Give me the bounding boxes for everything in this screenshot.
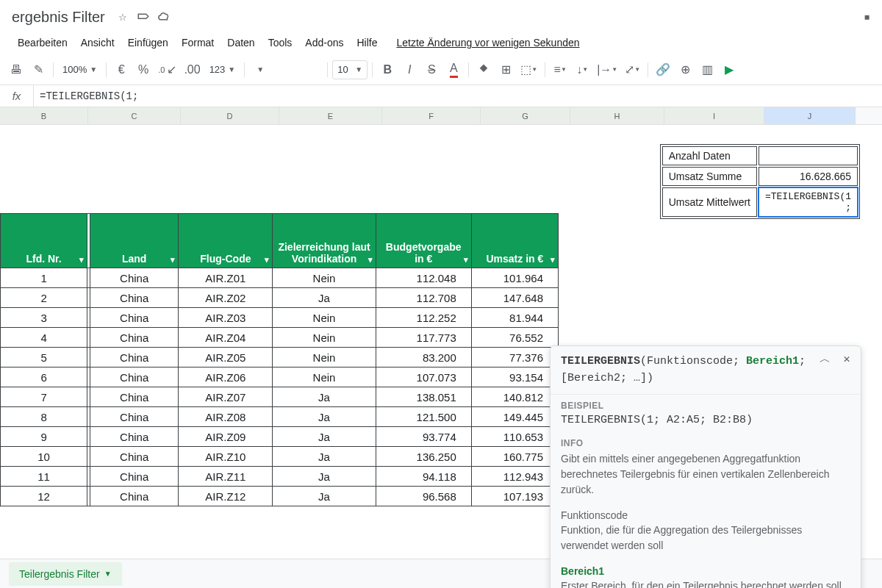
- menu-hilfe[interactable]: Hilfe: [351, 34, 383, 51]
- cell[interactable]: 149.445: [471, 407, 558, 427]
- bold-button[interactable]: B: [377, 60, 398, 80]
- cell[interactable]: China: [90, 447, 179, 467]
- table-row[interactable]: 3ChinaAIR.Z03Nein112.25281.944: [1, 308, 559, 328]
- table-row[interactable]: 12ChinaAIR.Z12Ja96.568107.193: [1, 487, 559, 506]
- cell[interactable]: China: [90, 387, 179, 407]
- fx-icon[interactable]: fx: [0, 85, 34, 107]
- cell[interactable]: 94.118: [376, 467, 471, 487]
- menu-tools[interactable]: Tools: [262, 34, 298, 51]
- cell[interactable]: 93.774: [376, 427, 471, 447]
- percent-button[interactable]: %: [133, 60, 154, 80]
- cloud-icon[interactable]: [157, 10, 171, 24]
- cell[interactable]: 112.252: [376, 308, 471, 328]
- menu-addons[interactable]: Add-ons: [299, 34, 349, 51]
- cell[interactable]: 147.648: [471, 288, 558, 308]
- col-i[interactable]: I: [664, 107, 764, 124]
- active-cell[interactable]: =TEILERGEBNIS(1 ;: [759, 187, 858, 217]
- filter-icon[interactable]: ▾: [464, 255, 468, 265]
- col-header[interactable]: Budgetvorgabe in €▾: [376, 214, 471, 268]
- cell[interactable]: AIR.Z02: [179, 288, 273, 308]
- italic-button[interactable]: I: [399, 60, 420, 80]
- cell[interactable]: 7: [1, 387, 87, 407]
- star-icon[interactable]: ☆: [115, 10, 130, 24]
- font-size-select[interactable]: 10▼: [332, 60, 368, 79]
- rotate-button[interactable]: ⤢▼: [622, 60, 643, 80]
- zoom-select[interactable]: 100%▼: [58, 60, 101, 79]
- halign-button[interactable]: ≡▼: [550, 60, 570, 80]
- font-select[interactable]: ▼: [249, 60, 323, 79]
- cell[interactable]: China: [90, 308, 179, 328]
- menu-einfuegen[interactable]: Einfügen: [122, 34, 174, 51]
- table-row[interactable]: 4ChinaAIR.Z04Nein117.77376.552: [1, 328, 559, 348]
- cell[interactable]: 6: [1, 368, 87, 387]
- table-row[interactable]: 10ChinaAIR.Z10Ja136.250160.775: [1, 447, 559, 467]
- number-format-select[interactable]: 123▼: [205, 60, 240, 79]
- cell[interactable]: 3: [1, 308, 87, 328]
- cell[interactable]: Ja: [273, 487, 376, 506]
- cell[interactable]: Ja: [273, 467, 376, 487]
- col-h[interactable]: H: [570, 107, 664, 124]
- table-row[interactable]: 7ChinaAIR.Z07Ja138.051140.812: [1, 387, 559, 407]
- cell[interactable]: 107.073: [376, 368, 471, 387]
- cell[interactable]: 112.708: [376, 288, 471, 308]
- cell[interactable]: Nein: [273, 368, 376, 387]
- decrease-decimal-button[interactable]: .0 ↙: [155, 60, 179, 80]
- chevron-down-icon[interactable]: ▼: [104, 570, 112, 578]
- increase-decimal-button[interactable]: .00: [181, 60, 203, 80]
- last-edit-link[interactable]: Letzte Änderung vor wenigen Sekunden: [390, 34, 585, 51]
- formula-input[interactable]: =TEILERGEBNIS(1;: [34, 90, 882, 102]
- document-title[interactable]: ergebnis Filter: [12, 9, 105, 26]
- cell[interactable]: 9: [1, 427, 87, 447]
- collapse-icon[interactable]: ︿: [817, 352, 833, 368]
- cell[interactable]: 101.964: [471, 268, 558, 288]
- fill-color-button[interactable]: [473, 60, 494, 80]
- cell[interactable]: AIR.Z01: [179, 268, 273, 288]
- summary-label[interactable]: Anzahl Daten: [662, 146, 757, 165]
- cell[interactable]: 2: [1, 288, 87, 308]
- col-header[interactable]: Flug-Code▾: [179, 214, 273, 268]
- comment-button[interactable]: ⊕: [675, 60, 695, 80]
- chart-button[interactable]: ▥: [697, 60, 717, 80]
- print-icon[interactable]: 🖶: [6, 60, 26, 80]
- summary-value[interactable]: 16.628.665: [759, 167, 858, 186]
- valign-button[interactable]: ↓▼: [572, 60, 592, 80]
- col-j[interactable]: J: [764, 107, 856, 124]
- cell[interactable]: Nein: [273, 328, 376, 348]
- cell[interactable]: 138.051: [376, 387, 471, 407]
- cell[interactable]: AIR.Z03: [179, 308, 273, 328]
- text-color-button[interactable]: A: [443, 60, 464, 80]
- table-row[interactable]: 1ChinaAIR.Z01Nein112.048101.964: [1, 268, 559, 288]
- table-row[interactable]: 2ChinaAIR.Z02Ja112.708147.648: [1, 288, 559, 308]
- filter-icon[interactable]: ▾: [265, 255, 269, 265]
- cell[interactable]: China: [90, 407, 179, 427]
- cell[interactable]: 1: [1, 268, 87, 288]
- cell[interactable]: 8: [1, 407, 87, 427]
- cell[interactable]: Nein: [273, 348, 376, 368]
- col-b[interactable]: B: [0, 107, 88, 124]
- table-row[interactable]: 11ChinaAIR.Z11Ja94.118112.943: [1, 467, 559, 487]
- col-g[interactable]: G: [481, 107, 570, 124]
- cell[interactable]: China: [90, 467, 179, 487]
- summary-value[interactable]: [759, 146, 858, 165]
- menu-ansicht[interactable]: Ansicht: [75, 34, 121, 51]
- cell[interactable]: 81.944: [471, 308, 558, 328]
- cell[interactable]: AIR.Z11: [179, 467, 273, 487]
- close-icon[interactable]: ✕: [839, 352, 855, 368]
- cell[interactable]: Ja: [273, 387, 376, 407]
- cell[interactable]: 107.193: [471, 487, 558, 506]
- cell[interactable]: 77.376: [471, 348, 558, 368]
- cell[interactable]: AIR.Z09: [179, 427, 273, 447]
- cell[interactable]: 96.568: [376, 487, 471, 506]
- strike-button[interactable]: S: [421, 60, 442, 80]
- cell[interactable]: 12: [1, 487, 87, 506]
- filter-button[interactable]: ▶: [719, 60, 739, 80]
- cell[interactable]: 140.812: [471, 387, 558, 407]
- cell[interactable]: Ja: [273, 427, 376, 447]
- cell[interactable]: 112.943: [471, 467, 558, 487]
- cell[interactable]: China: [90, 288, 179, 308]
- currency-button[interactable]: €: [111, 60, 132, 80]
- cell[interactable]: China: [90, 487, 179, 506]
- summary-label[interactable]: Umsatz Mittelwert: [662, 187, 757, 217]
- cell[interactable]: China: [90, 427, 179, 447]
- table-row[interactable]: 8ChinaAIR.Z08Ja121.500149.445: [1, 407, 559, 427]
